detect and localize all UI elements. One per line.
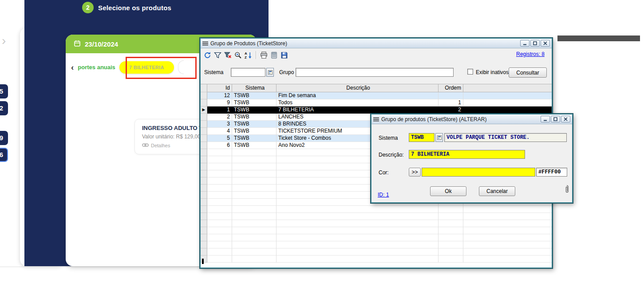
cell-id[interactable]: [207, 227, 232, 234]
cell-filler[interactable]: [463, 227, 552, 234]
cell-filler[interactable]: [463, 99, 552, 106]
cell-id[interactable]: 2: [207, 114, 232, 121]
cor-picker-button[interactable]: >>: [409, 168, 421, 177]
cell-sistema[interactable]: TSWB: [232, 114, 277, 121]
row-indicator-cell[interactable]: [201, 99, 207, 106]
cell-sistema[interactable]: [232, 206, 277, 213]
maximize-button[interactable]: [530, 40, 540, 47]
close-button[interactable]: [561, 116, 570, 122]
cell-ordem[interactable]: [439, 241, 463, 248]
cell-descricao[interactable]: [277, 248, 439, 256]
cell-ordem[interactable]: [439, 248, 463, 256]
row-indicator-cell[interactable]: [201, 248, 207, 256]
cell-id[interactable]: 5: [207, 135, 232, 142]
row-indicator-cell[interactable]: [201, 177, 207, 185]
cell-sistema[interactable]: TSWB: [232, 99, 277, 106]
cell-ordem[interactable]: [439, 227, 463, 234]
close-button[interactable]: [541, 40, 550, 47]
cell-sistema[interactable]: [232, 227, 277, 234]
registros-link[interactable]: Registros: 8: [516, 51, 545, 57]
menu-icon[interactable]: [373, 115, 379, 123]
cell-descricao[interactable]: [277, 227, 439, 234]
sistema-input[interactable]: [231, 68, 265, 77]
cell-id[interactable]: [207, 241, 232, 248]
cell-ordem[interactable]: [439, 213, 463, 220]
cell-id[interactable]: [207, 206, 232, 213]
ok-button[interactable]: Ok: [430, 186, 466, 196]
row-indicator-cell[interactable]: [201, 121, 207, 128]
carousel-prev-icon[interactable]: ›: [2, 34, 6, 48]
cell-id[interactable]: 9: [207, 99, 232, 106]
row-indicator-cell[interactable]: [201, 206, 207, 213]
dialog-title-bar[interactable]: Grupo de produtos (TicketStore) (ALTERAR…: [371, 114, 572, 124]
cell-id[interactable]: [207, 156, 232, 163]
empty-row[interactable]: [201, 227, 552, 234]
cell-descricao[interactable]: [277, 241, 439, 248]
cell-filler[interactable]: [463, 106, 552, 114]
search-icon[interactable]: [233, 50, 243, 60]
cell-filler[interactable]: [463, 206, 552, 213]
row-indicator-cell[interactable]: [201, 213, 207, 220]
empty-row[interactable]: [201, 256, 552, 263]
cell-filler[interactable]: [463, 241, 552, 248]
cell-sistema[interactable]: [232, 213, 277, 220]
sort-icon[interactable]: AZ: [243, 50, 253, 60]
cell-descricao[interactable]: Todos: [277, 99, 439, 106]
cell-sistema[interactable]: TSWB: [232, 135, 277, 142]
cell-ordem[interactable]: [439, 206, 463, 213]
cell-sistema[interactable]: TSWB: [232, 92, 277, 99]
cell-id[interactable]: [207, 185, 232, 192]
quantity-badge[interactable]: 2: [0, 101, 8, 115]
empty-row[interactable]: [201, 220, 552, 227]
cell-sistema[interactable]: [232, 199, 277, 206]
cell-sistema[interactable]: TSWB: [232, 142, 277, 149]
cell-ordem[interactable]: [439, 234, 463, 241]
cell-id[interactable]: 6: [207, 142, 232, 149]
cell-sistema[interactable]: [232, 241, 277, 248]
cell-sistema[interactable]: [232, 185, 277, 192]
maximize-button[interactable]: [551, 116, 560, 122]
minimize-button[interactable]: [520, 40, 529, 47]
save-icon[interactable]: [279, 50, 289, 60]
empty-row[interactable]: [201, 241, 552, 248]
print-icon[interactable]: [259, 50, 269, 60]
cell-ordem[interactable]: [439, 92, 463, 99]
cell-sistema[interactable]: [232, 170, 277, 177]
row-indicator-cell[interactable]: [201, 241, 207, 248]
row-indicator-cell[interactable]: [201, 92, 207, 99]
cor-hex-field[interactable]: #FFFF00: [536, 168, 567, 177]
tab-previous[interactable]: portes anuais: [78, 64, 115, 71]
cell-id[interactable]: [207, 213, 232, 220]
exibir-inativos-checkbox[interactable]: [467, 69, 473, 75]
cell-ordem[interactable]: 1: [439, 99, 463, 106]
filter-icon[interactable]: [213, 50, 223, 60]
table-row[interactable]: 9TSWBTodos1: [201, 99, 552, 106]
table-row[interactable]: 12TSWBFim De semana: [201, 92, 552, 99]
cell-ordem[interactable]: 2: [439, 106, 463, 114]
cell-ordem[interactable]: [439, 220, 463, 227]
cell-sistema[interactable]: [232, 220, 277, 227]
cell-descricao[interactable]: [277, 256, 439, 263]
cell-sistema[interactable]: [232, 156, 277, 163]
paperclip-icon[interactable]: [564, 185, 569, 196]
cell-descricao[interactable]: [277, 220, 439, 227]
cell-id[interactable]: [207, 192, 232, 199]
cor-swatch-field[interactable]: [422, 168, 535, 177]
cell-filler[interactable]: [463, 213, 552, 220]
row-indicator-icon[interactable]: ▶: [201, 106, 207, 114]
grid-header-descricao[interactable]: Descrição: [277, 84, 439, 92]
row-indicator-cell[interactable]: [201, 135, 207, 142]
grid-header-id[interactable]: Id: [207, 84, 232, 92]
dialog-sistema-lookup-button[interactable]: [435, 133, 443, 142]
cell-id[interactable]: [207, 199, 232, 206]
grid-header-sistema[interactable]: Sistema: [232, 84, 277, 92]
row-indicator-cell[interactable]: [201, 149, 207, 156]
cell-id[interactable]: [207, 256, 232, 263]
cell-id[interactable]: [207, 248, 232, 256]
cell-filler[interactable]: [463, 92, 552, 99]
cell-id[interactable]: [207, 234, 232, 241]
empty-row[interactable]: [201, 206, 552, 213]
cell-id[interactable]: [207, 177, 232, 185]
row-indicator-cell[interactable]: [201, 234, 207, 241]
row-indicator-cell[interactable]: [201, 170, 207, 177]
